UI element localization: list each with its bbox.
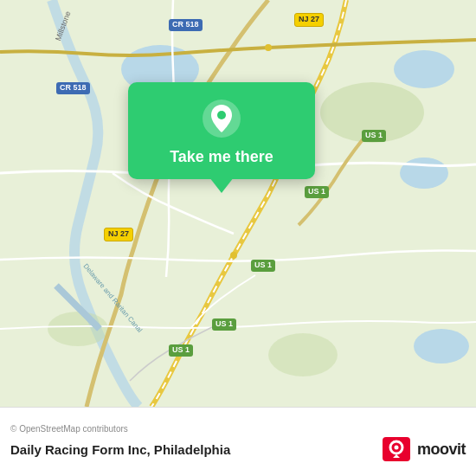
place-info-row: Daily Racing Form Inc, Philadelphia moov… [10,437,466,461]
road-badge-cr518-left: CR 518 [56,82,90,94]
svg-point-10 [230,252,237,259]
road-badge-cr518-top: CR 518 [169,19,203,31]
svg-point-6 [268,333,338,376]
road-badge-us1-low: US 1 [212,318,236,331]
svg-point-4 [414,329,469,363]
location-popup[interactable]: Take me there [128,82,315,179]
map-attribution: © OpenStreetMap contributors [10,424,466,434]
road-badge-nj27-left: NJ 27 [104,228,133,241]
road-badge-us1-lowleft: US 1 [169,344,193,357]
map-view[interactable]: CR 518 CR 518 NJ 27 NJ 27 US 1 US 1 US 1… [0,0,476,407]
place-name: Daily Racing Form Inc, Philadelphia [10,442,230,457]
svg-point-16 [394,446,398,450]
svg-point-8 [265,44,272,51]
location-pin-icon [201,98,242,139]
road-badge-us1-right-top: US 1 [362,130,386,142]
road-badge-nj27-top: NJ 27 [294,13,324,27]
bottom-bar: © OpenStreetMap contributors Daily Racin… [0,407,476,476]
road-badge-us1-center: US 1 [305,186,329,198]
popup-take-me-there[interactable]: Take me there [170,148,273,167]
svg-point-3 [400,158,448,189]
moovit-logo: moovit [383,437,466,461]
svg-point-12 [217,111,226,119]
road-badge-us1-mid: US 1 [251,260,275,272]
svg-point-2 [394,50,454,88]
moovit-icon [383,437,410,461]
moovit-text: moovit [417,441,466,459]
